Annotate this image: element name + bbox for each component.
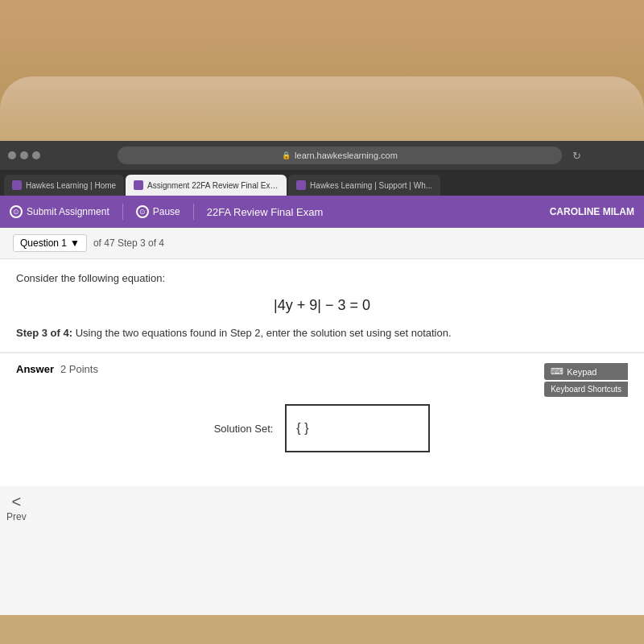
submit-icon: ⊙ [10,205,23,218]
browser-topbar: 🔒 learn.hawkeslearning.com ↻ [0,141,644,170]
browser-tabs: Hawkes Learning | Home Assignment 22FA R… [0,170,644,196]
desk-cushion [0,76,644,141]
address-text: learn.hawkeslearning.com [295,151,398,160]
app-toolbar: ⊙ Submit Assignment ⊙ Pause 22FA Review … [0,196,644,228]
pause-label: Pause [153,206,180,217]
keypad-button[interactable]: ⌨ Keypad [544,363,628,380]
user-name: CAROLINE MILAM [550,206,634,217]
prev-arrow-icon: < [12,493,22,511]
keypad-icon: ⌨ [551,366,564,377]
browser-chrome: 🔒 learn.hawkeslearning.com ↻ Hawkes Lear… [0,141,644,196]
desk-background [0,0,644,141]
consider-text: Consider the following equation: [16,272,628,284]
prev-button[interactable]: < Prev [0,486,33,529]
lock-icon: 🔒 [282,151,291,159]
solution-set-label: Solution Set: [214,423,274,435]
submit-label: Submit Assignment [27,206,109,217]
browser-maximize-btn[interactable] [32,151,40,159]
tab-favicon-home [12,180,22,190]
toolbar-divider-1 [122,204,123,220]
question-selector[interactable]: Question 1 ▼ [13,234,87,252]
tab-favicon-assignment [134,180,143,190]
nav-area: < Prev [0,486,644,535]
prev-label: Prev [6,511,27,522]
pause-icon: ⊙ [136,205,149,218]
keypad-label: Keypad [567,367,597,377]
bottom-spacer [0,535,644,615]
exam-title: 22FA Review Final Exam [207,206,324,218]
answer-label: Answer [16,363,54,375]
browser-close-btn[interactable] [8,151,16,159]
pause-button[interactable]: ⊙ Pause [136,205,180,218]
answer-relative-container: Answer 2 Points ⌨ Keypad Keyboard Shortc… [16,363,628,477]
step-label: Step 3 of 4: [16,327,72,339]
reload-button[interactable]: ↻ [572,150,581,162]
tab-support[interactable]: Hawkes Learning | Support | Wh... [288,175,440,196]
tab-label-assignment: Assignment 22FA Review Final Exam Questi… [147,181,279,190]
question-header: Question 1 ▼ of 47 Step 3 of 4 [0,228,644,259]
page-content: ⊙ Submit Assignment ⊙ Pause 22FA Review … [0,196,644,615]
toolbar-divider-2 [193,204,194,220]
dropdown-arrow: ▼ [70,237,80,249]
equation: |4y + 9| − 3 = 0 [16,297,628,314]
answer-header: Answer 2 Points ⌨ Keypad Keyboard Shortc… [16,363,628,375]
step-instruction-text: Using the two equations found in Step 2,… [76,327,452,339]
step-instruction: Step 3 of 4: Using the two equations fou… [16,327,628,339]
step-info: of 47 Step 3 of 4 [93,237,164,249]
solution-placeholder: { } [296,421,308,436]
solution-set-area: Solution Set: { } [16,388,628,477]
tab-favicon-support [296,180,306,190]
solution-set-input[interactable]: { } [285,404,430,452]
answer-section: Answer 2 Points ⌨ Keypad Keyboard Shortc… [0,353,644,486]
address-bar[interactable]: 🔒 learn.hawkeslearning.com [118,147,562,164]
answer-points: 2 Points [60,363,98,375]
submit-assignment-button[interactable]: ⊙ Submit Assignment [10,205,109,218]
tab-assignment[interactable]: Assignment 22FA Review Final Exam Questi… [126,175,287,196]
question-number: Question 1 [20,237,67,249]
tab-hawkes-home[interactable]: Hawkes Learning | Home [4,175,124,196]
tab-label-home: Hawkes Learning | Home [26,181,116,190]
browser-window-controls [8,151,40,159]
tab-label-support: Hawkes Learning | Support | Wh... [310,181,432,190]
question-body: Consider the following equation: |4y + 9… [0,259,644,353]
browser-minimize-btn[interactable] [20,151,28,159]
